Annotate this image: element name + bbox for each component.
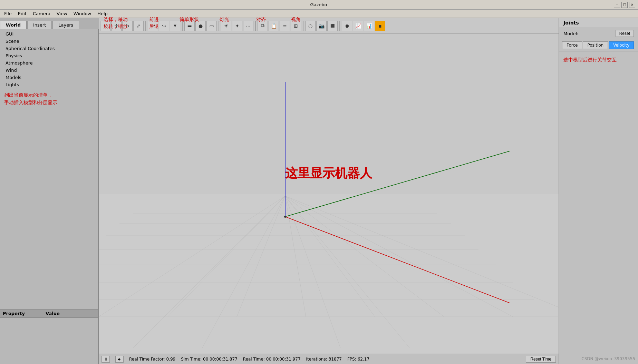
force-tab[interactable]: Force — [562, 41, 582, 49]
title-bar: Gazebo － □ ✕ — [0, 0, 638, 10]
active-button[interactable]: ▪ — [375, 21, 385, 31]
property-col: Property — [3, 311, 25, 316]
align-button[interactable]: ≡ — [280, 21, 290, 31]
undo-button[interactable]: ↩ — [148, 21, 158, 31]
tab-world[interactable]: World — [0, 21, 27, 29]
move-tool-button[interactable]: ✛ — [111, 21, 122, 31]
menu-view[interactable]: View — [54, 10, 70, 17]
tab-bar: World Insert Layers — [0, 18, 99, 29]
joints-header: Joints — [559, 18, 638, 28]
close-button[interactable]: ✕ — [629, 2, 635, 8]
viewport-area: ↖ ✛ ↻ ⤢ ↩ ↪ ▼ ▬ ● ▭ ☀ ✦ ⋯ ⧉ 📋 ≡ ⊞ — [99, 18, 559, 364]
grid-svg — [99, 34, 559, 354]
tree-item-wind[interactable]: Wind — [0, 67, 98, 74]
tree-item-spherical[interactable]: Spherical Coordinates — [0, 45, 98, 52]
point-light-button[interactable]: ☀ — [221, 21, 231, 31]
separator-4 — [255, 21, 256, 31]
joints-tabs: Force Position Velocity — [559, 39, 638, 51]
paste-button[interactable]: 📋 — [269, 21, 279, 31]
reset-time-button[interactable]: Reset Time — [526, 356, 556, 363]
menu-bar: File Edit Camera View Window Help — [0, 10, 638, 18]
separator-6 — [339, 21, 340, 31]
sim-time: Sim Time: 00 00:00:31.877 — [181, 357, 238, 362]
real-time-factor: Real Time Factor: 0.99 — [129, 357, 175, 362]
rotate-tool-button[interactable]: ↻ — [122, 21, 133, 31]
tab-insert[interactable]: Insert — [27, 21, 52, 29]
model-row: Model: Reset — [559, 28, 638, 39]
tree-item-models[interactable]: Models — [0, 74, 98, 81]
stats-button[interactable]: 📈 — [353, 21, 363, 31]
left-annotation: 列出当前显示的清单， 手动插入模型和分层显示 — [0, 88, 98, 109]
tree-item-lights[interactable]: Lights — [0, 81, 98, 88]
menu-help[interactable]: Help — [95, 10, 110, 17]
screenshot-button[interactable]: ⬛ — [327, 21, 338, 31]
menu-edit[interactable]: Edit — [15, 10, 29, 17]
fps: FPS: 62.17 — [347, 357, 369, 362]
camera-button[interactable]: 📷 — [316, 21, 327, 31]
separator-5 — [303, 21, 303, 31]
separator-1 — [145, 21, 146, 31]
center-annotation: 这里显示机器人 — [285, 165, 372, 182]
cylinder-button[interactable]: ▭ — [206, 21, 217, 31]
minimize-button[interactable]: － — [614, 2, 620, 8]
tree-item-scene[interactable]: Scene — [0, 38, 98, 45]
tab-layers[interactable]: Layers — [52, 21, 79, 29]
property-panel: Property Value — [0, 309, 98, 364]
step-button[interactable]: ⏭ — [115, 356, 124, 363]
left-panel: World Insert Layers GUI Scene Spherical … — [0, 18, 99, 364]
joints-reset-button[interactable]: Reset — [616, 30, 634, 37]
watermark: CSDN @weixin_39039555 — [581, 356, 635, 361]
box-button[interactable]: ▬ — [184, 21, 195, 31]
copy-button[interactable]: ⧉ — [258, 21, 268, 31]
sphere-button[interactable]: ● — [195, 21, 206, 31]
toolbar: ↖ ✛ ↻ ⤢ ↩ ↪ ▼ ▬ ● ▭ ☀ ✦ ⋯ ⧉ 📋 ≡ ⊞ — [99, 18, 559, 34]
maximize-button[interactable]: □ — [621, 2, 628, 8]
app-title: Gazebo — [23, 2, 614, 7]
property-header: Property Value — [0, 309, 98, 318]
pause-button[interactable]: ⏸ — [102, 356, 110, 363]
window-controls: － □ ✕ — [614, 2, 635, 8]
iterations: Iterations: 31877 — [306, 357, 342, 362]
viewport-canvas[interactable]: 这里显示机器人 — [99, 34, 559, 354]
main-layout: World Insert Layers GUI Scene Spherical … — [0, 18, 638, 364]
menu-camera[interactable]: Camera — [30, 10, 53, 17]
undo-list-button[interactable]: ▼ — [170, 21, 180, 31]
tree-item-atmosphere[interactable]: Atmosphere — [0, 59, 98, 67]
velocity-tab[interactable]: Velocity — [609, 41, 634, 49]
position-tab[interactable]: Position — [583, 41, 608, 49]
status-bar: ⏸ ⏭ Real Time Factor: 0.99 Sim Time: 00 … — [99, 354, 559, 364]
redo-button[interactable]: ↪ — [159, 21, 169, 31]
real-time: Real Time: 00 00:00:31.977 — [243, 357, 301, 362]
value-col: Value — [46, 311, 60, 316]
record-button[interactable]: ⏺ — [342, 21, 352, 31]
menu-window[interactable]: Window — [71, 10, 94, 17]
snap-button[interactable]: ⊞ — [291, 21, 301, 31]
plot-button[interactable]: 📊 — [364, 21, 374, 31]
select-tool-button[interactable]: ↖ — [100, 21, 110, 31]
tree-item-gui[interactable]: GUI — [0, 30, 98, 38]
svg-rect-1 — [99, 194, 559, 354]
spot-light-button[interactable]: ✦ — [232, 21, 242, 31]
separator-2 — [182, 21, 183, 31]
menu-file[interactable]: File — [1, 10, 14, 17]
svg-point-25 — [284, 216, 286, 218]
world-tree: GUI Scene Spherical Coordinates Physics … — [0, 29, 98, 309]
right-panel: Joints Model: Reset Force Position Veloc… — [559, 18, 638, 364]
dir-light-button[interactable]: ⋯ — [243, 21, 253, 31]
separator-3 — [219, 21, 219, 31]
orbit-button[interactable]: ○ — [305, 21, 316, 31]
tree-item-physics[interactable]: Physics — [0, 52, 98, 59]
model-label: Model: — [563, 31, 578, 36]
joints-annotation: 选中模型后进行关节交互 — [559, 51, 638, 69]
scale-tool-button[interactable]: ⤢ — [133, 21, 144, 31]
